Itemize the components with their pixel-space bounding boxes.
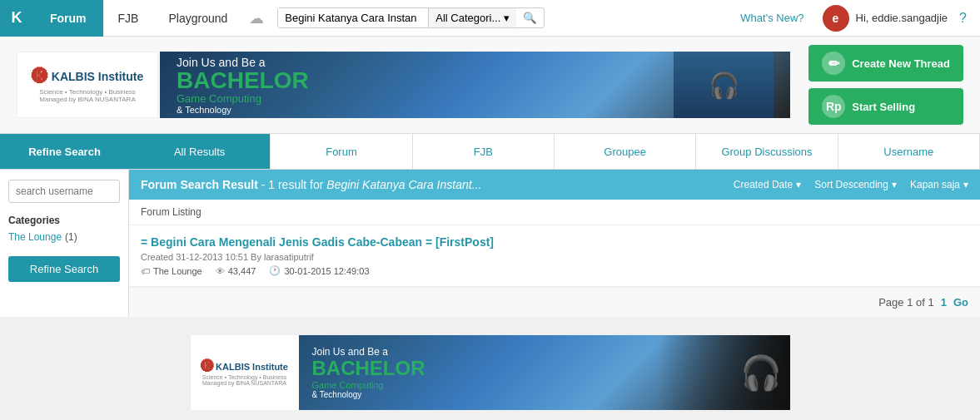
nav-forum[interactable]: Forum [33, 0, 103, 37]
start-selling-button[interactable]: Rp Start Selling [808, 88, 963, 125]
avatar[interactable]: e [823, 5, 849, 32]
bottom-banner-logo: 🅚 KALBIS Institute Science • Technology … [191, 335, 299, 410]
banner-logo-sub: Science • Technology • Business [39, 88, 136, 96]
tab-fjb[interactable]: FJB [413, 134, 555, 169]
result-item-title[interactable]: = Begini Cara Mengenali Jenis Gadis Cabe… [141, 235, 968, 249]
search-bar: All Categori... ▾ 🔍 [277, 7, 545, 28]
search-button[interactable]: 🔍 [516, 8, 544, 27]
bottom-banner: 🅚 KALBIS Institute Science • Technology … [191, 335, 790, 410]
result-title: Forum Search Result - 1 result for Begin… [141, 178, 481, 191]
banner-buttons: ✏ Create New Thread Rp Start Selling [808, 45, 963, 125]
sort-order[interactable]: Sort Descending ▾ [814, 179, 897, 190]
nav-playground[interactable]: Playground [153, 0, 242, 37]
nav-fjb[interactable]: FJB [103, 0, 154, 37]
category-link-lounge[interactable]: The Lounge [8, 231, 62, 243]
go-button[interactable]: Go [953, 296, 968, 309]
result-header: Forum Search Result - 1 result for Begin… [129, 170, 980, 200]
tag-views: 👁 43,447 [216, 266, 256, 276]
create-thread-button[interactable]: ✏ Create New Thread [808, 45, 963, 82]
top-navigation: K Forum FJB Playground ☁ All Categori...… [0, 0, 980, 37]
banner-logo-name: KALBIS Institute [52, 70, 143, 83]
chevron-down-icon: ▾ [504, 12, 510, 24]
whats-new-link[interactable]: What's New? [730, 12, 813, 24]
user-name: Hi, eddie.sangadjie [856, 12, 948, 24]
banner-area: 🅚 KALBIS Institute Science • Technology … [0, 37, 980, 134]
username-search-input[interactable] [8, 180, 120, 203]
pagination: Page 1 of 1 1 Go [129, 287, 980, 317]
refine-search-button[interactable]: Refine Search [8, 256, 120, 282]
sort-time[interactable]: Kapan saja ▾ [910, 179, 968, 190]
forum-listing-label: Forum Listing [129, 200, 980, 225]
sidebar: Categories The Lounge (1) Refine Search [0, 170, 129, 317]
search-input[interactable] [278, 8, 428, 27]
tag-icon: 🏷 [141, 266, 150, 276]
filter-tabs-row: Refine Search All Results Forum FJB Grou… [0, 134, 980, 170]
bottom-banner-person: 🎧 [657, 335, 790, 410]
tab-username[interactable]: Username [838, 134, 980, 169]
chevron-down-icon: ▾ [796, 179, 801, 190]
tab-group-discussions[interactable]: Group Discussions [696, 134, 838, 169]
tab-forum[interactable]: Forum [271, 134, 412, 169]
table-row: = Begini Cara Mengenali Jenis Gadis Cabe… [129, 225, 980, 287]
tag-last-post: 🕐 30-01-2015 12:49:03 [269, 265, 369, 276]
banner-logo-managed: Managed by BINA NUSANTARA [39, 96, 135, 103]
clock-icon: 🕐 [269, 265, 281, 276]
bottom-banner-text: Join Us and Be a BACHELOR Game Computing… [299, 339, 657, 405]
tab-groupee[interactable]: Groupee [555, 134, 696, 169]
categories-title: Categories [8, 215, 120, 226]
page-number[interactable]: 1 [941, 296, 947, 309]
refine-search-header: Refine Search [0, 134, 129, 169]
result-item-meta: Created 31-12-2013 10:51 By larasatiputr… [141, 252, 968, 262]
sort-created-date[interactable]: Created Date ▾ [734, 179, 801, 190]
cloud-icon: ☁ [242, 9, 271, 27]
result-item-tags: 🏷 The Lounge 👁 43,447 🕐 30-01-2015 12:49… [141, 265, 968, 276]
user-area: e Hi, eddie.sangadjie ? [814, 5, 980, 32]
chevron-down-icon: ▾ [963, 179, 968, 190]
edit-icon: ✏ [822, 52, 845, 75]
tag-category: 🏷 The Lounge [141, 266, 202, 276]
help-icon[interactable]: ? [954, 11, 972, 26]
site-logo[interactable]: K [0, 0, 33, 37]
content-area: Forum Search Result - 1 result for Begin… [129, 170, 980, 317]
banner-text: Join Us and Be a BACHELOR Game Computing… [177, 56, 309, 115]
banner-person: 🎧 [674, 52, 774, 118]
category-dropdown[interactable]: All Categori... ▾ [428, 8, 516, 27]
main-area: Categories The Lounge (1) Refine Search … [0, 170, 980, 317]
eye-icon: 👁 [216, 266, 225, 276]
banner-image: Join Us and Be a BACHELOR Game Computing… [160, 52, 790, 118]
rupiah-icon: Rp [822, 95, 845, 118]
tab-all-results[interactable]: All Results [129, 134, 271, 169]
page-label: Page 1 of 1 [878, 296, 934, 309]
chevron-down-icon: ▾ [892, 179, 897, 190]
banner-logo: 🅚 KALBIS Institute Science • Technology … [17, 52, 158, 118]
result-controls: Created Date ▾ Sort Descending ▾ Kapan s… [734, 179, 968, 190]
category-count: (1) [65, 231, 77, 243]
